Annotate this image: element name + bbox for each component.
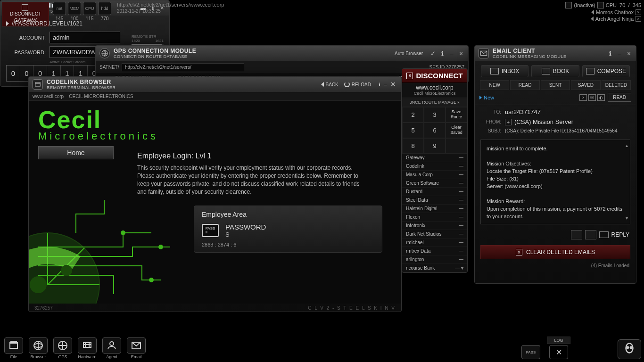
- mail-icon[interactable]: ✉: [588, 94, 596, 101]
- bounce-node[interactable]: Flexon—: [402, 213, 467, 222]
- filter-saved[interactable]: SAVED: [571, 80, 600, 90]
- minimize-icon[interactable]: –: [384, 82, 387, 87]
- bounce-node[interactable]: rmtrex Data—: [402, 247, 467, 255]
- info-icon[interactable]: ℹ: [379, 82, 380, 87]
- mail-icon: [479, 48, 489, 58]
- bounce-node[interactable]: Masula Corp—: [402, 171, 467, 179]
- save-route-button[interactable]: Save Route: [446, 107, 467, 123]
- auto-browser-label[interactable]: Auto Browser: [395, 51, 423, 56]
- info-icon[interactable]: ℹ: [607, 50, 613, 57]
- reply-icon-1[interactable]: [571, 230, 582, 239]
- email-body: ▴ mission email to complete. Mission Obj…: [480, 140, 630, 224]
- bounce-node[interactable]: Steel Data—: [402, 196, 467, 205]
- bounce-node[interactable]: Green Software—: [402, 179, 467, 188]
- MEM-icon[interactable]: MEM: [68, 2, 81, 15]
- reply-button[interactable]: REPLY: [599, 231, 629, 238]
- ninja-label[interactable]: Arch Angel Ninja: [595, 16, 634, 22]
- email-from: (CSA) Mission Server: [514, 118, 573, 125]
- reload-button[interactable]: RELOAD: [344, 82, 371, 87]
- dock-file[interactable]: File: [3, 337, 25, 359]
- cpu-label: CPU: [606, 2, 617, 8]
- dock-gps[interactable]: GPS: [52, 337, 74, 359]
- delete-icon: ×: [516, 249, 522, 255]
- chatbox-label[interactable]: Momos Chatbox: [596, 9, 634, 15]
- browser-title: CODELINK BROWSER: [47, 79, 116, 85]
- blank-button[interactable]: [446, 138, 467, 154]
- account-input[interactable]: [50, 32, 120, 43]
- hardware-icon: [78, 337, 97, 354]
- cpu-used: 70: [619, 2, 625, 8]
- status-icon: [565, 2, 572, 8]
- employee-area-panel: Employee Area PASS≡ PASSWORD S 2863 : 28…: [194, 206, 382, 253]
- dock-agent[interactable]: Agent: [101, 337, 123, 359]
- dock-hardware[interactable]: Hardware: [76, 337, 98, 359]
- svg-point-18: [627, 346, 628, 348]
- close-icon[interactable]: ×: [390, 80, 396, 90]
- minimize-icon[interactable]: –: [616, 50, 623, 57]
- minimize-icon[interactable]: –: [448, 50, 455, 57]
- numpad-5[interactable]: 5: [402, 123, 424, 138]
- read-button[interactable]: READ: [608, 93, 631, 102]
- clear-saved-button[interactable]: Clear Saved: [446, 123, 467, 138]
- password-stats: 2863 : 2874 : 6: [202, 242, 374, 247]
- numpad-6[interactable]: 6: [424, 123, 446, 138]
- bounce-node[interactable]: arlington—: [402, 255, 467, 264]
- filter-deleted[interactable]: DELETED: [602, 80, 631, 90]
- close-icon[interactable]: ×: [626, 50, 632, 57]
- bounce-node[interactable]: Halstein Digital—: [402, 205, 467, 213]
- clear-deleted-button[interactable]: ×CLEAR DELETED EMAILS: [480, 245, 630, 259]
- avatar-button[interactable]: [618, 339, 641, 359]
- bounce-node[interactable]: ncourse Bank— ▾: [402, 264, 467, 272]
- globe-icon: [99, 48, 110, 58]
- back-button[interactable]: BACK: [321, 82, 339, 87]
- log-close-button[interactable]: ✕: [549, 345, 568, 359]
- email-tab-inbox[interactable]: INBOX: [481, 65, 528, 77]
- numpad-3[interactable]: 3: [424, 107, 446, 123]
- filter-new[interactable]: NEW: [480, 80, 509, 90]
- bounce-host-sub: Cecil MicroElectronics: [402, 91, 467, 98]
- satnet-label: SATNET/: [99, 65, 119, 70]
- email-tab-book[interactable]: BOOK: [531, 65, 579, 77]
- email-new-label[interactable]: New: [484, 95, 494, 100]
- net-icon[interactable]: net: [53, 2, 66, 15]
- bounce-node[interactable]: rmichael—: [402, 239, 467, 247]
- chevron-right-icon: [591, 10, 594, 15]
- gps-title: GPS CONNECTION MODULE: [114, 48, 196, 54]
- close-icon[interactable]: ×: [636, 16, 641, 22]
- bounce-node[interactable]: Dustard—: [402, 188, 467, 196]
- filter-read[interactable]: READ: [510, 80, 539, 90]
- cpu-total: 345: [633, 2, 641, 8]
- add-contact-button[interactable]: +: [505, 119, 512, 125]
- corp-logo-sub: Microelectronics: [38, 130, 401, 142]
- CPU-icon[interactable]: CPU: [83, 2, 96, 15]
- scroll-down-icon[interactable]: ▾: [626, 214, 628, 222]
- scroll-up-icon[interactable]: ▴: [626, 142, 628, 149]
- delete-icon[interactable]: ×: [579, 94, 587, 101]
- bounce-node[interactable]: Codelink—: [402, 162, 467, 171]
- pass-shortcut[interactable]: PASS: [521, 345, 540, 359]
- check-icon[interactable]: ✓: [429, 50, 436, 57]
- reply-icon-2[interactable]: [585, 230, 596, 239]
- bounce-node[interactable]: Dark Net Studios—: [402, 230, 467, 239]
- bounce-node[interactable]: Infotronix—: [402, 222, 467, 230]
- numpad-9[interactable]: 9: [424, 138, 446, 154]
- numpad-2[interactable]: 2: [402, 107, 424, 123]
- account-label: ACCOUNT:: [6, 35, 46, 41]
- numpad-8[interactable]: 8: [402, 138, 424, 154]
- info-icon[interactable]: ℹ: [439, 50, 446, 57]
- bounce-node[interactable]: Gateway—: [402, 154, 467, 162]
- filter-sent[interactable]: SENT: [541, 80, 570, 90]
- hdd-icon[interactable]: hdd: [98, 2, 111, 15]
- dock-email[interactable]: Email: [125, 337, 147, 359]
- browser-icon: [33, 79, 43, 90]
- email-tab-compose[interactable]: COMPOSE: [582, 65, 630, 77]
- close-icon[interactable]: ×: [458, 50, 464, 57]
- dock-browser[interactable]: Browser: [27, 337, 49, 359]
- back-icon: [321, 82, 324, 87]
- home-button[interactable]: Home: [38, 146, 114, 159]
- user-icon[interactable]: ◐: [597, 94, 605, 101]
- disconnect-button[interactable]: ×DISCONNECT: [402, 69, 467, 83]
- meter-label: REMOTE STR: [132, 34, 164, 39]
- close-icon[interactable]: ×: [636, 9, 641, 15]
- bounce-route-manager: JNCE ROUTE MANAGER: [402, 98, 467, 107]
